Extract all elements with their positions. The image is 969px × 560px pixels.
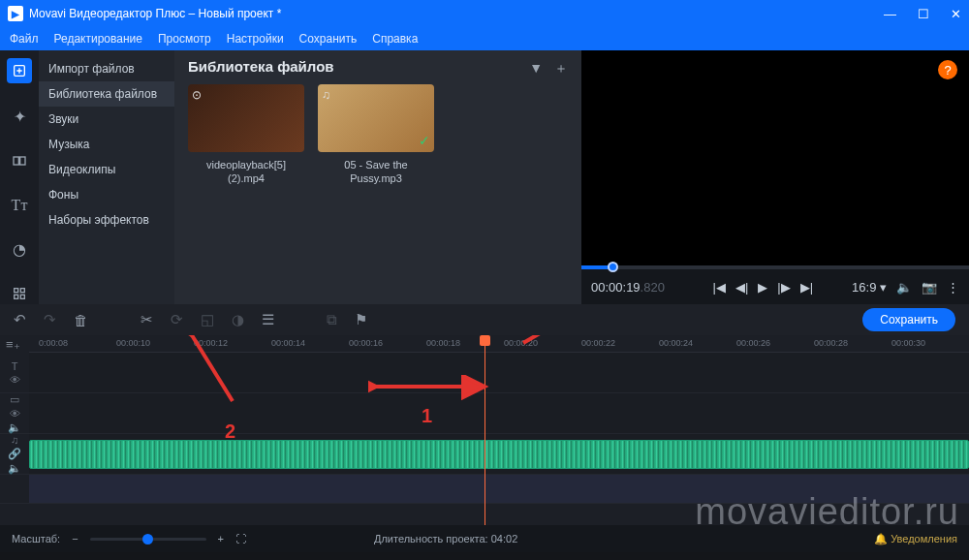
library-panel: Библиотека файлов ▼ ＋ ⊙ videoplayback[5]… bbox=[174, 50, 581, 304]
project-duration: Длительность проекта: 04:02 bbox=[374, 533, 517, 544]
svg-rect-4 bbox=[20, 289, 24, 293]
svg-rect-6 bbox=[20, 296, 24, 299]
notifications-button[interactable]: 🔔 Уведомления bbox=[874, 533, 957, 545]
add-track-icon[interactable]: ≡₊ bbox=[6, 337, 20, 352]
color-icon[interactable]: ◑ bbox=[232, 311, 244, 328]
track-type-text-icon: T bbox=[12, 360, 18, 372]
track-type-audio-icon: ♫ bbox=[11, 434, 18, 446]
svg-rect-5 bbox=[15, 296, 18, 299]
track-mute-icon[interactable]: 🔈 bbox=[8, 462, 21, 475]
window-title: Movavi Видеоредактор Плюс – Новый проект… bbox=[29, 7, 281, 20]
menu-help[interactable]: Справка bbox=[372, 32, 418, 46]
more-tools-icon[interactable] bbox=[9, 283, 30, 304]
tool-column: ✦ Tт ◔ bbox=[0, 50, 39, 304]
library-item-caption: videoplayback[5] (2).mp4 bbox=[188, 158, 304, 186]
track-mute-icon[interactable]: 🔈 bbox=[8, 421, 21, 434]
library-title: Библиотека файлов bbox=[188, 58, 568, 75]
library-item[interactable]: ♫ ✓ 05 - Save the Pussy.mp3 bbox=[318, 84, 434, 186]
menu-file[interactable]: Файл bbox=[10, 32, 39, 46]
preview-screen[interactable] bbox=[581, 50, 969, 265]
volume-icon[interactable]: 🔈 bbox=[896, 280, 912, 295]
transitions-icon[interactable] bbox=[9, 150, 30, 171]
menu-save[interactable]: Сохранить bbox=[299, 32, 358, 46]
track-type-video-icon: ▭ bbox=[10, 393, 19, 406]
menu-settings[interactable]: Настройки bbox=[227, 32, 284, 46]
library-item[interactable]: ⊙ videoplayback[5] (2).mp4 bbox=[188, 84, 304, 186]
add-file-icon[interactable]: ＋ bbox=[554, 60, 568, 78]
stickers-icon[interactable]: ◔ bbox=[9, 239, 30, 261]
timeline-toolbar: ↶ ↷ 🗑 ✂ ⟳ ◱ ◑ ☰ ⧉ ⚑ Сохранить bbox=[0, 304, 969, 335]
subnav-effects[interactable]: Наборы эффектов bbox=[39, 207, 174, 233]
snapshot-icon[interactable]: 📷 bbox=[922, 280, 937, 295]
maximize-button[interactable]: ☐ bbox=[918, 7, 929, 21]
next-frame-icon[interactable]: |▶ bbox=[777, 280, 790, 295]
import-icon[interactable] bbox=[7, 58, 32, 83]
menu-edit[interactable]: Редактирование bbox=[54, 32, 142, 46]
minimize-button[interactable]: — bbox=[884, 7, 896, 21]
check-icon: ✓ bbox=[419, 133, 430, 148]
playhead[interactable] bbox=[484, 335, 485, 525]
filter-icon[interactable]: ▼ bbox=[529, 60, 543, 78]
filters-icon[interactable]: ✦ bbox=[9, 107, 30, 128]
library-item-caption: 05 - Save the Pussy.mp3 bbox=[318, 158, 434, 186]
audio-clip[interactable] bbox=[29, 440, 969, 469]
clip-props-icon[interactable]: ☰ bbox=[262, 311, 274, 328]
menu-view[interactable]: Просмотр bbox=[158, 32, 211, 46]
zoom-slider[interactable] bbox=[90, 538, 206, 541]
aspect-ratio[interactable]: 16:9 ▾ bbox=[852, 280, 887, 295]
scrubber-knob[interactable] bbox=[608, 262, 618, 272]
preview-panel: ? 00:00:19.820 |◀ ◀| ▶ |▶ ▶| 16:9 ▾ 🔈 📷 … bbox=[581, 50, 969, 304]
prev-frame-icon[interactable]: ◀| bbox=[735, 280, 748, 295]
subnav-videoclips[interactable]: Видеоклипы bbox=[39, 157, 174, 182]
play-icon[interactable]: ▶ bbox=[758, 280, 767, 295]
help-icon[interactable]: ? bbox=[938, 60, 957, 79]
track-visibility-icon[interactable]: 👁 bbox=[10, 374, 20, 386]
track-visibility-icon[interactable]: 👁 bbox=[10, 408, 20, 420]
prev-clip-icon[interactable]: |◀ bbox=[713, 280, 726, 295]
subnav-import[interactable]: Импорт файлов bbox=[39, 56, 174, 81]
app-logo: ▶ bbox=[8, 6, 23, 21]
titles-icon[interactable]: Tт bbox=[9, 195, 30, 216]
subnav-library[interactable]: Библиотека файлов bbox=[39, 81, 174, 107]
svg-rect-3 bbox=[15, 289, 18, 293]
import-subnav: Импорт файлов Библиотека файлов Звуки Му… bbox=[39, 50, 174, 304]
preview-more-icon[interactable]: ⋮ bbox=[947, 280, 959, 295]
next-clip-icon[interactable]: ▶| bbox=[800, 280, 813, 295]
zoom-in-icon[interactable]: + bbox=[218, 533, 224, 544]
subnav-sounds[interactable]: Звуки bbox=[39, 107, 174, 132]
redo-icon[interactable]: ↷ bbox=[44, 311, 56, 328]
save-button[interactable]: Сохранить bbox=[862, 308, 955, 331]
timecode: 00:00:19.820 bbox=[591, 280, 665, 295]
timeline: ≡₊ 0:00:08 00:00:10 00:00:12 00:00:14 00… bbox=[0, 335, 969, 525]
record-icon[interactable]: ⧉ bbox=[327, 311, 337, 328]
split-icon[interactable]: ✂ bbox=[141, 311, 153, 328]
menu-bar: Файл Редактирование Просмотр Настройки С… bbox=[0, 27, 969, 50]
track-link-icon[interactable]: 🔗 bbox=[8, 448, 21, 460]
subnav-backgrounds[interactable]: Фоны bbox=[39, 182, 174, 207]
svg-rect-1 bbox=[14, 157, 18, 165]
audio-badge-icon: ♫ bbox=[322, 88, 330, 102]
preview-scrubber[interactable] bbox=[581, 265, 969, 269]
status-bar: Масштаб: − + ⛶ Длительность проекта: 04:… bbox=[0, 525, 969, 552]
undo-icon[interactable]: ↶ bbox=[14, 311, 26, 328]
svg-rect-2 bbox=[20, 157, 25, 165]
subnav-music[interactable]: Музыка bbox=[39, 132, 174, 157]
play-badge-icon: ⊙ bbox=[192, 88, 202, 102]
fit-icon[interactable]: ⛶ bbox=[235, 533, 246, 544]
close-button[interactable]: ✕ bbox=[951, 7, 961, 21]
rotate-icon[interactable]: ⟳ bbox=[171, 311, 183, 328]
delete-icon[interactable]: 🗑 bbox=[74, 312, 88, 328]
zoom-label: Масштаб: bbox=[12, 533, 60, 544]
time-ruler[interactable]: 0:00:08 00:00:10 00:00:12 00:00:14 00:00… bbox=[29, 335, 969, 353]
marker-icon[interactable]: ⚑ bbox=[355, 311, 367, 328]
crop-icon[interactable]: ◱ bbox=[201, 311, 214, 328]
zoom-out-icon[interactable]: − bbox=[72, 533, 78, 544]
